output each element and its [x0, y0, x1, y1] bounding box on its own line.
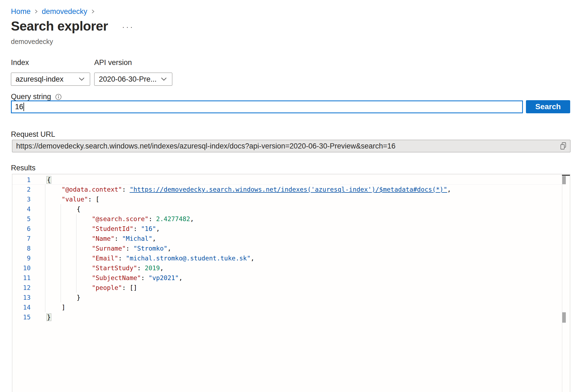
code-text: "@odata.context": "https://demovedecky.s… [46, 185, 451, 194]
breadcrumb: Home demovedecky [11, 7, 95, 16]
code-token: , [156, 225, 160, 232]
code-line: 12 "people": [] [12, 283, 562, 293]
breadcrumb-item-home[interactable]: Home [11, 7, 31, 16]
code-token: : [] [122, 284, 137, 291]
code-token: : [137, 265, 145, 272]
overview-ruler-marker [562, 175, 570, 176]
line-number: 7 [12, 234, 31, 243]
index-dropdown-value: azuresql-index [16, 75, 64, 84]
search-button[interactable]: Search [526, 100, 570, 113]
code-line: 11 "SubjectName": "vp2021", [12, 273, 562, 283]
code-text: ] [46, 302, 65, 312]
indent-guide [45, 185, 45, 312]
code-text: } [46, 293, 81, 302]
code-token: "Surname" [92, 245, 126, 252]
code-token: , [152, 235, 156, 242]
line-number: 14 [12, 302, 31, 312]
code-token: "michal.stromko@.student.tuke.sk" [126, 255, 251, 262]
line-number: 13 [12, 293, 31, 302]
code-token: : [122, 186, 130, 193]
code-token: , [251, 255, 255, 262]
code-token [46, 284, 92, 291]
code-token: 2019 [145, 265, 160, 272]
code-token: "vp2021" [149, 274, 179, 281]
code-token: "16" [141, 225, 156, 232]
code-text: } [46, 312, 51, 322]
breadcrumb-item-demovedecky[interactable]: demovedecky [42, 7, 87, 16]
code-token: "@odata.context" [61, 186, 122, 193]
page-title: Search explorer [11, 19, 108, 34]
query-input[interactable]: 16 [11, 100, 523, 113]
code-token [46, 235, 92, 242]
line-number: 10 [12, 263, 31, 273]
code-line: 5 "@search.score": 2.4277482, [12, 214, 562, 224]
copy-icon[interactable] [560, 142, 566, 150]
code-line: 4 { [12, 204, 562, 214]
code-token: , [160, 265, 164, 272]
code-token: , [190, 215, 194, 222]
code-text: "@search.score": 2.4277482, [46, 214, 194, 224]
api-version-dropdown[interactable]: 2020-06-30-Pre... [94, 73, 172, 86]
code-text: "StartStudy": 2019, [46, 263, 164, 273]
code-token: "StudentId" [92, 225, 133, 232]
line-number: 12 [12, 283, 31, 293]
code-text: "Name": "Michal", [46, 234, 156, 243]
code-token: "Email" [92, 255, 118, 262]
code-token: "people" [92, 284, 122, 291]
scrollbar-thumb[interactable] [562, 312, 566, 323]
code-token: : [149, 215, 156, 222]
code-token: : [134, 225, 141, 232]
code-token: , [179, 274, 183, 281]
code-token: "Name" [92, 235, 114, 242]
line-number: 11 [12, 273, 31, 283]
code-token [46, 196, 61, 203]
code-line: 13 } [12, 293, 562, 302]
code-text: { [46, 175, 51, 184]
code-token: , [447, 186, 451, 193]
chevron-down-icon [161, 77, 167, 81]
index-dropdown[interactable]: azuresql-index [11, 73, 90, 86]
code-token: 2.4277482 [156, 215, 190, 222]
line-number: 8 [12, 243, 31, 253]
index-label: Index [11, 58, 29, 67]
code-line: 1{ [12, 175, 562, 185]
code-line: 14 ] [12, 302, 562, 312]
code-token: : [118, 255, 126, 262]
query-input-value: 16 [15, 103, 23, 111]
code-token [46, 274, 92, 281]
code-text: "people": [] [46, 283, 137, 293]
scrollbar-thumb[interactable] [562, 176, 566, 184]
results-label: Results [11, 164, 35, 172]
request-url-field[interactable]: https://demovedecky.search.windows.net/i… [12, 140, 570, 152]
line-number: 9 [12, 253, 31, 263]
code-line: 6 "StudentId": "16", [12, 224, 562, 234]
code-text: "Email": "michal.stromko@.student.tuke.s… [46, 253, 255, 263]
code-text: { [46, 204, 81, 214]
line-number: 15 [12, 312, 31, 322]
code-text: "value": [ [46, 194, 99, 204]
api-version-label: API version [94, 58, 132, 67]
code-text: "Surname": "Stromko", [46, 243, 171, 253]
code-token: ] [46, 304, 65, 311]
code-token [46, 215, 92, 222]
code-text: "StudentId": "16", [46, 224, 160, 234]
info-icon[interactable] [55, 94, 62, 100]
code-token: "StartStudy" [92, 265, 137, 272]
code-token: } [46, 313, 51, 321]
code-line: 9 "Email": "michal.stromko@.student.tuke… [12, 253, 562, 263]
text-cursor [23, 103, 24, 111]
code-token [46, 245, 92, 252]
code-token: "value" [61, 196, 88, 203]
page-subtitle: demovedecky [11, 38, 53, 46]
code-token: "Michal" [122, 235, 152, 242]
line-number: 6 [12, 224, 31, 234]
line-number: 4 [12, 204, 31, 214]
code-token: : [ [88, 196, 99, 203]
results-editor[interactable]: 1{2 "@odata.context": "https://demovedec… [12, 174, 570, 392]
line-number: 1 [12, 175, 31, 184]
code-token: : [126, 245, 134, 252]
code-line: 10 "StartStudy": 2019, [12, 263, 562, 273]
more-options-button[interactable]: ··· [122, 23, 134, 31]
odata-context-link[interactable]: "https://demovedecky.search.windows.net/… [130, 186, 447, 193]
code-token: { [46, 176, 51, 184]
